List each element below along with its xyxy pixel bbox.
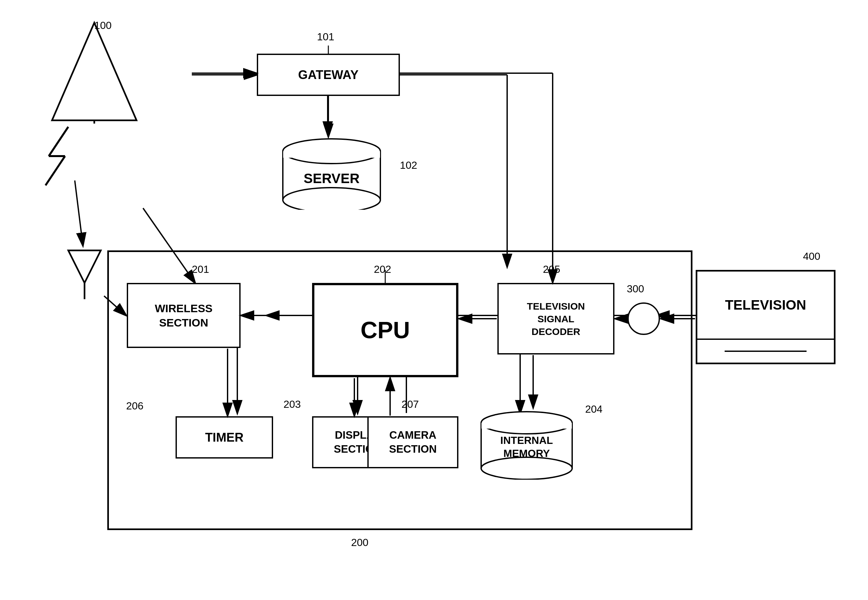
- label-400: 400: [803, 250, 820, 262]
- svg-rect-27: [283, 151, 380, 158]
- svg-line-19: [49, 127, 68, 156]
- lightning-icon: [33, 124, 85, 190]
- tv-decoder-box: TELEVISIONSIGNALDECODER: [498, 283, 614, 355]
- svg-line-21: [45, 156, 65, 185]
- svg-marker-17: [52, 23, 136, 120]
- gateway-box: GATEWAY: [257, 54, 400, 96]
- circle-connector: [628, 302, 660, 335]
- wireless-box: WIRELESSSECTION: [127, 283, 240, 348]
- label-201: 201: [192, 264, 209, 276]
- svg-text:SERVER: SERVER: [304, 171, 360, 186]
- label-300: 300: [627, 283, 644, 295]
- svg-text:INTERNAL: INTERNAL: [500, 435, 553, 446]
- diagram: 100 GATEWAY 101 SERVE: [0, 0, 868, 600]
- label-206: 206: [126, 400, 144, 412]
- svg-point-26: [283, 188, 380, 210]
- svg-marker-22: [68, 250, 101, 283]
- label-200: 200: [351, 536, 368, 548]
- antenna-tower: [49, 20, 140, 125]
- label-207: 207: [401, 398, 419, 411]
- television-box: TELEVISION: [696, 270, 835, 364]
- internal-memory-cylinder: INTERNAL MEMORY: [475, 408, 579, 481]
- svg-rect-32: [481, 423, 572, 429]
- svg-line-49: [75, 180, 83, 245]
- label-203: 203: [283, 398, 301, 411]
- svg-text:MEMORY: MEMORY: [504, 447, 550, 459]
- label-202: 202: [374, 264, 391, 276]
- timer-box: TIMER: [175, 416, 273, 459]
- small-antenna: [65, 247, 104, 300]
- label-100: 100: [94, 20, 112, 32]
- cpu-box: CPU: [312, 283, 458, 377]
- label-204: 204: [585, 403, 602, 415]
- label-205: 205: [543, 264, 560, 276]
- label-101: 101: [317, 31, 334, 43]
- camera-box: CAMERASECTION: [367, 416, 458, 468]
- server-cylinder: SERVER: [276, 135, 387, 211]
- svg-point-31: [481, 457, 572, 479]
- label-102: 102: [400, 159, 417, 171]
